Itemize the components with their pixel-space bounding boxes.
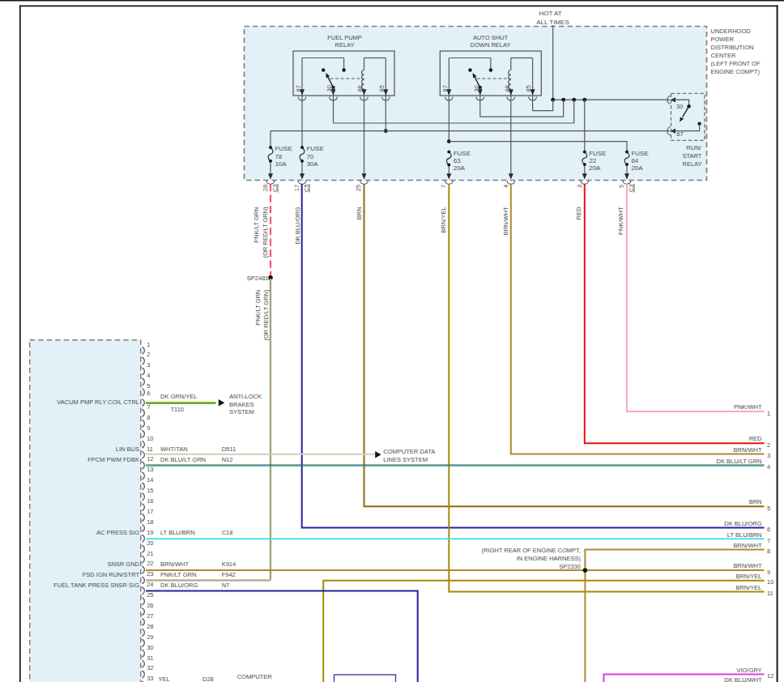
svg-text:(RIGHT REAR OF ENGINE COMPT,: (RIGHT REAR OF ENGINE COMPT,: [482, 547, 581, 554]
svg-text:RELAY: RELAY: [682, 160, 701, 168]
svg-text:LT BLU/BRN: LT BLU/BRN: [160, 529, 195, 536]
svg-text:20A: 20A: [631, 164, 643, 172]
svg-text:BRAKES: BRAKES: [229, 401, 254, 408]
svg-text:7: 7: [147, 403, 150, 411]
svg-text:DK BLU/ORG: DK BLU/ORG: [724, 520, 761, 527]
svg-text:8: 8: [767, 548, 770, 555]
svg-text:BRN/WHT: BRN/WHT: [502, 207, 509, 235]
svg-text:BRN: BRN: [749, 498, 762, 505]
svg-text:C18: C18: [222, 529, 233, 536]
svg-text:DK BLU/LT GRN: DK BLU/LT GRN: [160, 456, 206, 463]
svg-text:7: 7: [767, 537, 770, 544]
svg-text:5: 5: [618, 185, 625, 188]
svg-text:20: 20: [147, 539, 153, 547]
svg-text:BRN: BRN: [356, 207, 364, 220]
svg-text:FUEL TANK PRESS SNSR SIG: FUEL TANK PRESS SNSR SIG: [53, 582, 139, 589]
svg-text:87: 87: [441, 85, 449, 92]
svg-text:N7: N7: [222, 582, 230, 589]
svg-text:UNDERHOOD: UNDERHOOD: [711, 28, 752, 35]
svg-text:CENTER: CENTER: [711, 52, 736, 59]
svg-text:COMPUTER DATA: COMPUTER DATA: [383, 448, 435, 455]
svg-text:BRN/WHT: BRN/WHT: [734, 542, 762, 549]
svg-text:24: 24: [147, 581, 153, 588]
svg-text:BRN/YEL: BRN/YEL: [735, 573, 761, 580]
svg-text:6: 6: [147, 390, 150, 397]
svg-text:SP2481: SP2481: [247, 275, 269, 282]
svg-text:85: 85: [378, 85, 386, 92]
svg-text:23: 23: [147, 570, 153, 578]
svg-text:16: 16: [147, 497, 153, 505]
svg-text:5: 5: [767, 505, 770, 512]
svg-text:COMPUTER: COMPUTER: [237, 673, 273, 680]
svg-text:25: 25: [355, 185, 362, 191]
svg-text:21: 21: [147, 550, 153, 557]
svg-text:LIN BUS: LIN BUS: [116, 445, 139, 453]
svg-text:ENGINE COMPT): ENGINE COMPT): [711, 68, 761, 75]
svg-text:5: 5: [147, 382, 150, 390]
svg-text:POWER: POWER: [711, 36, 735, 43]
svg-text:VIO/GRY: VIO/GRY: [736, 667, 761, 674]
svg-text:FPCM PWM FDBK: FPCM PWM FDBK: [87, 456, 139, 463]
svg-text:D28: D28: [202, 676, 214, 682]
svg-text:PNK/LT GRN: PNK/LT GRN: [254, 290, 262, 326]
svg-text:PNK/LT GRN: PNK/LT GRN: [160, 571, 196, 578]
svg-text:BRN/WHT: BRN/WHT: [734, 562, 762, 569]
svg-text:BRN/WHT: BRN/WHT: [160, 561, 189, 568]
svg-text:AC PRESS SIG: AC PRESS SIG: [96, 529, 139, 536]
svg-text:4: 4: [767, 463, 770, 471]
svg-text:2: 2: [767, 441, 770, 449]
svg-text:10A: 10A: [275, 160, 287, 168]
svg-text:22: 22: [147, 560, 153, 567]
svg-text:BRN/YEL: BRN/YEL: [735, 584, 761, 591]
svg-text:D511: D511: [222, 445, 236, 453]
svg-text:PNK/LT GRN: PNK/LT GRN: [254, 207, 261, 242]
svg-text:FUSE: FUSE: [275, 145, 292, 152]
svg-text:3: 3: [147, 361, 150, 369]
svg-text:WHT/TAN: WHT/TAN: [160, 445, 188, 453]
svg-text:ALL TIMES: ALL TIMES: [536, 19, 569, 26]
svg-text:70: 70: [306, 153, 313, 160]
svg-text:30: 30: [326, 85, 333, 92]
svg-text:DK BLU/LT GRN: DK BLU/LT GRN: [717, 458, 762, 465]
svg-text:11: 11: [767, 590, 773, 597]
svg-text:IN ENGINE HARNESS): IN ENGINE HARNESS): [517, 555, 582, 562]
svg-text:10: 10: [767, 578, 773, 586]
svg-text:FUSE: FUSE: [631, 150, 648, 157]
svg-text:20A: 20A: [589, 164, 601, 172]
svg-text:BRN/WHT: BRN/WHT: [734, 446, 762, 454]
svg-text:10: 10: [147, 435, 153, 442]
svg-text:87: 87: [676, 130, 683, 138]
svg-text:T110: T110: [171, 406, 185, 413]
svg-text:FUEL PUMP: FUEL PUMP: [327, 34, 362, 41]
svg-text:18: 18: [147, 518, 153, 526]
svg-text:PNK/WHT: PNK/WHT: [618, 207, 625, 235]
svg-text:11: 11: [147, 445, 153, 453]
svg-text:3: 3: [767, 452, 770, 459]
svg-text:12: 12: [767, 672, 773, 680]
svg-text:17: 17: [293, 185, 300, 191]
svg-text:LT BLU/BRN: LT BLU/BRN: [727, 531, 762, 539]
svg-text:32: 32: [147, 664, 153, 671]
svg-text:YEL: YEL: [159, 676, 170, 682]
svg-text:6: 6: [767, 526, 770, 533]
svg-text:14: 14: [147, 476, 153, 484]
svg-text:DK BLU/ORG: DK BLU/ORG: [160, 582, 198, 589]
svg-text:RED: RED: [749, 435, 762, 442]
svg-text:BRN/YEL: BRN/YEL: [440, 207, 447, 232]
svg-text:SP2330: SP2330: [559, 563, 581, 570]
svg-text:78: 78: [275, 153, 282, 160]
svg-text:FSD IGN RUN/STRT: FSD IGN RUN/STRT: [83, 571, 140, 578]
svg-text:F942: F942: [222, 571, 236, 578]
svg-text:25: 25: [147, 591, 153, 599]
svg-text:64: 64: [631, 157, 638, 164]
svg-text:SNSR GND: SNSR GND: [107, 561, 139, 568]
svg-text:4: 4: [502, 185, 509, 188]
svg-text:DK BLU/ORG: DK BLU/ORG: [294, 207, 301, 244]
svg-text:29: 29: [147, 633, 153, 641]
svg-text:26: 26: [147, 602, 153, 609]
svg-text:28: 28: [262, 185, 269, 191]
svg-text:87: 87: [295, 85, 302, 92]
svg-text:LINES SYSTEM: LINES SYSTEM: [383, 456, 428, 463]
svg-text:17: 17: [147, 508, 153, 515]
svg-text:30: 30: [147, 644, 153, 651]
